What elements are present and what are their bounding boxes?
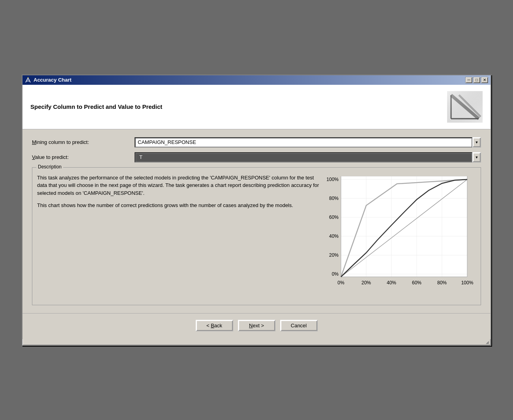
svg-rect-6 — [447, 91, 483, 123]
description-box: Description This task analyzes the perfo… — [32, 167, 481, 305]
description-paragraph-1: This task analyzes the performance of th… — [37, 174, 320, 197]
mining-column-control: CAMPAIGN_RESPONSE ▼ — [135, 137, 481, 147]
svg-text:60%: 60% — [412, 280, 421, 286]
value-to-predict-row: Value to predict: T ▼ — [32, 152, 481, 162]
value-to-predict-label: Value to predict: — [32, 154, 135, 160]
resize-grip[interactable]: ◢ — [22, 339, 491, 345]
next-button[interactable]: Next > — [238, 320, 275, 331]
value-to-predict-control: T ▼ — [135, 152, 481, 162]
svg-text:80%: 80% — [437, 280, 447, 286]
svg-text:40%: 40% — [387, 280, 396, 286]
svg-text:100%: 100% — [326, 177, 339, 182]
main-window: Accuracy Chart ─ □ ✕ Specify Column to P… — [22, 75, 491, 346]
maximize-button[interactable]: □ — [473, 77, 480, 83]
accuracy-chart: 100% 80% 60% 40% 20% 0% — [326, 174, 476, 300]
footer: < Back Next > Cancel — [22, 313, 491, 339]
main-content: Mining column to predict: CAMPAIGN_RESPO… — [22, 129, 491, 313]
minimize-button[interactable]: ─ — [465, 77, 472, 83]
page-title: Specify Column to Predict and Value to P… — [30, 103, 162, 110]
svg-text:40%: 40% — [329, 233, 339, 239]
mining-column-dropdown[interactable]: CAMPAIGN_RESPONSE — [135, 137, 472, 147]
svg-text:0%: 0% — [337, 280, 344, 286]
svg-text:0%: 0% — [332, 271, 339, 277]
header-section: Specify Column to Predict and Value to P… — [22, 85, 491, 129]
close-button[interactable]: ✕ — [481, 77, 488, 83]
cancel-button[interactable]: Cancel — [280, 320, 318, 331]
window-controls: ─ □ ✕ — [465, 77, 488, 83]
svg-text:60%: 60% — [329, 215, 339, 220]
value-to-predict-dropdown[interactable]: T — [135, 152, 472, 162]
mining-column-label: Mining column to predict: — [32, 139, 135, 145]
description-text: This task analyzes the performance of th… — [37, 174, 320, 300]
svg-rect-13 — [341, 176, 467, 277]
header-graphic — [447, 91, 483, 123]
back-button[interactable]: < Back — [196, 320, 233, 331]
svg-text:20%: 20% — [329, 252, 339, 258]
svg-text:20%: 20% — [361, 280, 371, 286]
title-bar: Accuracy Chart ─ □ ✕ — [22, 75, 491, 85]
description-paragraph-2: This chart shows how the number of corre… — [37, 202, 320, 209]
app-icon — [25, 77, 31, 83]
description-legend: Description — [36, 164, 63, 170]
mining-column-dropdown-button[interactable]: ▼ — [472, 137, 481, 147]
window-title: Accuracy Chart — [34, 77, 71, 83]
value-to-predict-dropdown-button[interactable]: ▼ — [472, 152, 481, 162]
svg-point-0 — [28, 77, 28, 78]
mining-column-row: Mining column to predict: CAMPAIGN_RESPO… — [32, 137, 481, 147]
svg-text:100%: 100% — [461, 280, 474, 286]
svg-text:80%: 80% — [329, 196, 339, 201]
